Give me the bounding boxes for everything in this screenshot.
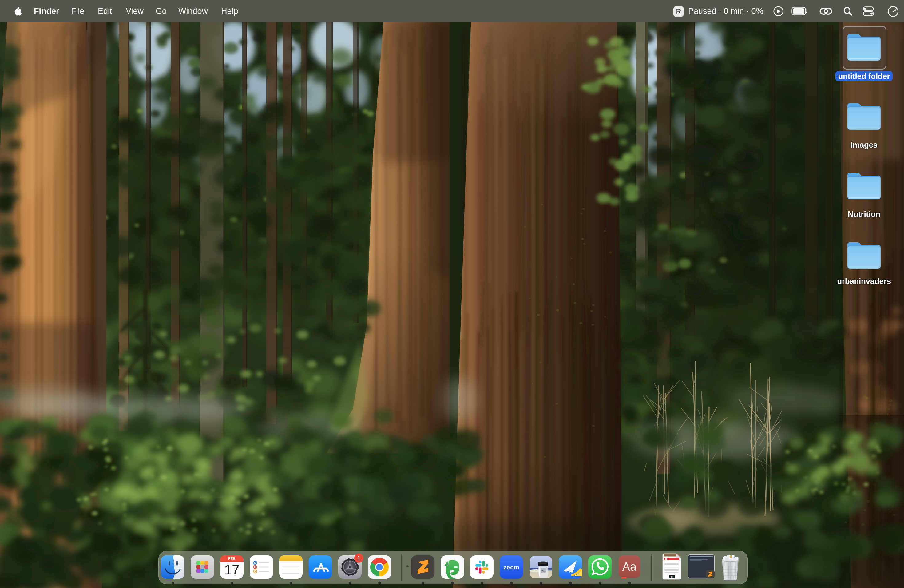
svg-text:zoom: zoom [503, 564, 519, 571]
svg-text:FEB: FEB [228, 556, 235, 561]
svg-text:PDF: PDF [670, 576, 674, 578]
svg-text:Aa: Aa [622, 560, 637, 573]
svg-text:17: 17 [224, 562, 240, 577]
